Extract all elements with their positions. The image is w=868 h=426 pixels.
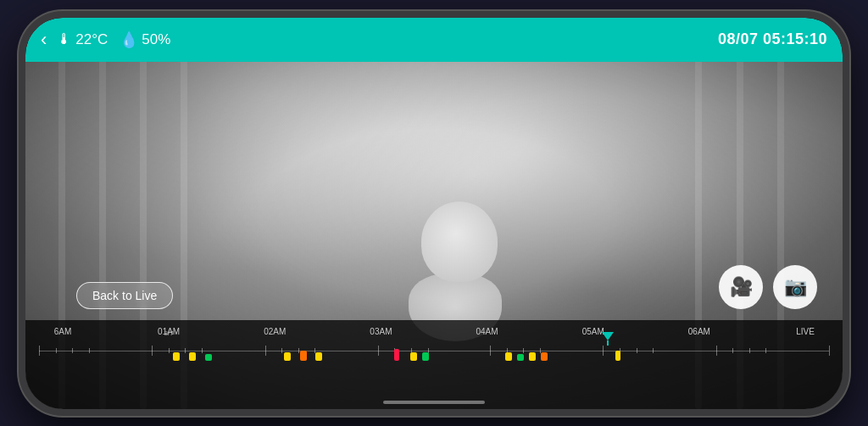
timeline-track[interactable] (39, 339, 829, 362)
record-video-button[interactable]: 🎥 (719, 265, 763, 309)
status-bar: ‹ 🌡 22°C 💧 50% 08/07 05:15:10 (25, 18, 843, 62)
video-icon: 🎥 (730, 276, 753, 298)
event-marker-8 (410, 352, 417, 361)
time-label-4am: 04AM (472, 327, 503, 336)
datetime-display: 08/07 05:15:10 (718, 30, 827, 48)
timeline-section[interactable]: 6AM 01AM 8/7 02AM 03AM 04AM (25, 320, 843, 409)
thermometer-icon: 🌡 (57, 30, 72, 48)
date-label: 8/7 (153, 329, 184, 337)
event-marker-10 (505, 352, 512, 361)
time-label-3am: 03AM (365, 327, 396, 336)
back-button[interactable]: ‹ (41, 29, 47, 51)
event-marker-9 (422, 352, 429, 361)
camera-icon: 📷 (784, 276, 807, 298)
event-marker-7 (394, 349, 399, 361)
label-6am: 6AM (47, 327, 78, 336)
back-to-live-button[interactable]: Back to Live (76, 282, 173, 309)
humidity-value: 50% (142, 31, 170, 48)
event-marker-6 (315, 352, 322, 361)
timeline-labels: 6AM 01AM 8/7 02AM 03AM 04AM (39, 327, 829, 337)
label-4am: 04AM (472, 327, 503, 336)
phone-inner: ‹ 🌡 22°C 💧 50% 08/07 05:15:10 Back to Li… (25, 18, 843, 409)
sensor-info: 🌡 22°C 💧 50% (57, 30, 170, 49)
phone-frame: ‹ 🌡 22°C 💧 50% 08/07 05:15:10 Back to Li… (19, 11, 849, 416)
bottom-bar: 6AM 01AM 8/7 02AM 03AM 04AM (25, 320, 843, 409)
home-indicator (383, 401, 485, 404)
take-photo-button[interactable]: 📷 (773, 265, 817, 309)
event-marker-4 (284, 352, 291, 361)
time-label-6am: 6AM (47, 327, 78, 336)
label-6am-right: 06AM (684, 327, 715, 336)
playhead-arrow (602, 332, 614, 340)
action-buttons: 🎥 📷 (719, 265, 817, 309)
status-left: ‹ 🌡 22°C 💧 50% (41, 29, 170, 51)
label-live: LIVE (790, 327, 821, 336)
event-marker-2 (189, 352, 196, 361)
time-label-6am-right: 06AM (684, 327, 715, 336)
label-1am: 01AM 8/7 (153, 327, 184, 337)
temperature-display: 🌡 22°C (57, 30, 108, 48)
event-marker-12 (529, 352, 536, 361)
event-marker-14 (615, 351, 620, 361)
time-label-live: LIVE (790, 327, 821, 336)
event-marker-1 (173, 352, 180, 361)
event-marker-13 (541, 352, 548, 361)
humidity-display: 💧 50% (120, 30, 170, 49)
time-label-2am: 02AM (259, 327, 290, 336)
event-marker-5 (300, 351, 307, 361)
playhead-line (607, 340, 609, 346)
humidity-icon: 💧 (120, 30, 138, 49)
event-marker-11 (517, 354, 524, 361)
temperature-value: 22°C (75, 31, 108, 48)
playhead (601, 332, 615, 346)
label-2am: 02AM (259, 327, 290, 336)
label-3am: 03AM (365, 327, 396, 336)
ticks (39, 339, 829, 362)
event-marker-3 (205, 354, 212, 361)
